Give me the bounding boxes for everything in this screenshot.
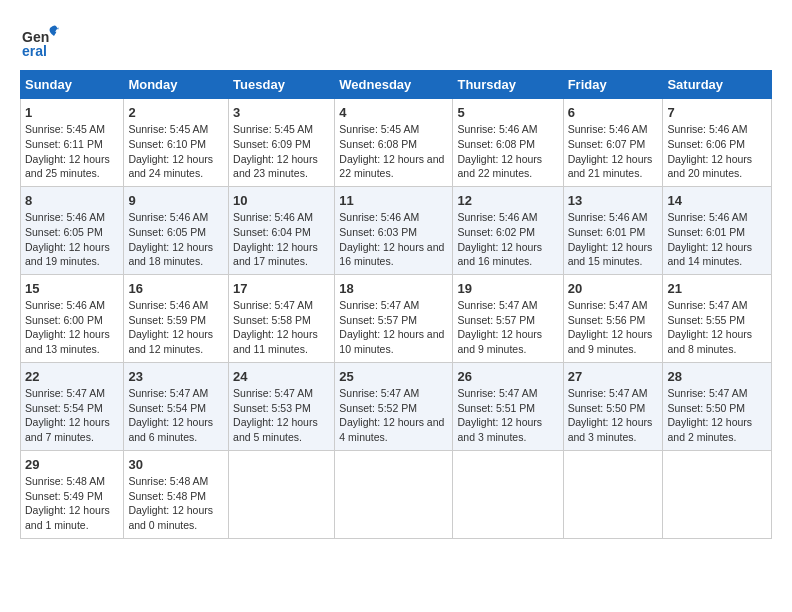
sunset-text: Sunset: 6:05 PM xyxy=(25,226,103,238)
sunrise-text: Sunrise: 5:45 AM xyxy=(25,123,105,135)
sunset-text: Sunset: 5:59 PM xyxy=(128,314,206,326)
sunset-text: Sunset: 5:50 PM xyxy=(568,402,646,414)
sunrise-text: Sunrise: 5:46 AM xyxy=(667,211,747,223)
daylight-text: Daylight: 12 hours and 3 minutes. xyxy=(457,416,542,443)
day-number: 16 xyxy=(128,280,224,298)
sunset-text: Sunset: 5:49 PM xyxy=(25,490,103,502)
day-number: 1 xyxy=(25,104,119,122)
sunset-text: Sunset: 6:02 PM xyxy=(457,226,535,238)
day-number: 2 xyxy=(128,104,224,122)
calendar-table: SundayMondayTuesdayWednesdayThursdayFrid… xyxy=(20,70,772,539)
day-number: 27 xyxy=(568,368,659,386)
header-tuesday: Tuesday xyxy=(229,71,335,99)
day-number: 28 xyxy=(667,368,767,386)
sunrise-text: Sunrise: 5:46 AM xyxy=(25,211,105,223)
calendar-cell: 14Sunrise: 5:46 AMSunset: 6:01 PMDayligh… xyxy=(663,186,772,274)
daylight-text: Daylight: 12 hours and 14 minutes. xyxy=(667,241,752,268)
calendar-cell: 30Sunrise: 5:48 AMSunset: 5:48 PMDayligh… xyxy=(124,450,229,538)
daylight-text: Daylight: 12 hours and 16 minutes. xyxy=(339,241,444,268)
sunset-text: Sunset: 5:52 PM xyxy=(339,402,417,414)
calendar-week-row: 22Sunrise: 5:47 AMSunset: 5:54 PMDayligh… xyxy=(21,362,772,450)
sunset-text: Sunset: 5:48 PM xyxy=(128,490,206,502)
calendar-cell: 25Sunrise: 5:47 AMSunset: 5:52 PMDayligh… xyxy=(335,362,453,450)
day-number: 21 xyxy=(667,280,767,298)
header-wednesday: Wednesday xyxy=(335,71,453,99)
sunrise-text: Sunrise: 5:46 AM xyxy=(128,299,208,311)
day-number: 5 xyxy=(457,104,558,122)
day-number: 30 xyxy=(128,456,224,474)
header-monday: Monday xyxy=(124,71,229,99)
day-number: 9 xyxy=(128,192,224,210)
sunset-text: Sunset: 6:01 PM xyxy=(667,226,745,238)
sunset-text: Sunset: 6:00 PM xyxy=(25,314,103,326)
sunrise-text: Sunrise: 5:47 AM xyxy=(568,387,648,399)
sunset-text: Sunset: 6:01 PM xyxy=(568,226,646,238)
day-number: 25 xyxy=(339,368,448,386)
sunset-text: Sunset: 5:57 PM xyxy=(339,314,417,326)
logo-icon: Gen eral xyxy=(20,20,60,60)
sunrise-text: Sunrise: 5:46 AM xyxy=(339,211,419,223)
calendar-cell xyxy=(563,450,663,538)
calendar-week-row: 8Sunrise: 5:46 AMSunset: 6:05 PMDaylight… xyxy=(21,186,772,274)
sunset-text: Sunset: 5:57 PM xyxy=(457,314,535,326)
calendar-cell: 11Sunrise: 5:46 AMSunset: 6:03 PMDayligh… xyxy=(335,186,453,274)
sunset-text: Sunset: 5:54 PM xyxy=(25,402,103,414)
sunrise-text: Sunrise: 5:47 AM xyxy=(667,387,747,399)
day-number: 19 xyxy=(457,280,558,298)
calendar-cell: 29Sunrise: 5:48 AMSunset: 5:49 PMDayligh… xyxy=(21,450,124,538)
daylight-text: Daylight: 12 hours and 18 minutes. xyxy=(128,241,213,268)
day-number: 18 xyxy=(339,280,448,298)
header-thursday: Thursday xyxy=(453,71,563,99)
sunrise-text: Sunrise: 5:47 AM xyxy=(25,387,105,399)
daylight-text: Daylight: 12 hours and 13 minutes. xyxy=(25,328,110,355)
sunrise-text: Sunrise: 5:46 AM xyxy=(568,211,648,223)
calendar-cell xyxy=(663,450,772,538)
sunrise-text: Sunrise: 5:47 AM xyxy=(128,387,208,399)
sunrise-text: Sunrise: 5:45 AM xyxy=(233,123,313,135)
sunrise-text: Sunrise: 5:46 AM xyxy=(128,211,208,223)
daylight-text: Daylight: 12 hours and 16 minutes. xyxy=(457,241,542,268)
day-number: 24 xyxy=(233,368,330,386)
svg-text:eral: eral xyxy=(22,43,47,59)
calendar-week-row: 15Sunrise: 5:46 AMSunset: 6:00 PMDayligh… xyxy=(21,274,772,362)
daylight-text: Daylight: 12 hours and 7 minutes. xyxy=(25,416,110,443)
day-number: 22 xyxy=(25,368,119,386)
day-number: 15 xyxy=(25,280,119,298)
calendar-header-row: SundayMondayTuesdayWednesdayThursdayFrid… xyxy=(21,71,772,99)
daylight-text: Daylight: 12 hours and 8 minutes. xyxy=(667,328,752,355)
sunset-text: Sunset: 6:10 PM xyxy=(128,138,206,150)
calendar-cell: 15Sunrise: 5:46 AMSunset: 6:00 PMDayligh… xyxy=(21,274,124,362)
header-saturday: Saturday xyxy=(663,71,772,99)
calendar-cell xyxy=(453,450,563,538)
sunrise-text: Sunrise: 5:47 AM xyxy=(339,299,419,311)
sunset-text: Sunset: 6:07 PM xyxy=(568,138,646,150)
sunrise-text: Sunrise: 5:46 AM xyxy=(667,123,747,135)
calendar-week-row: 29Sunrise: 5:48 AMSunset: 5:49 PMDayligh… xyxy=(21,450,772,538)
daylight-text: Daylight: 12 hours and 1 minute. xyxy=(25,504,110,531)
daylight-text: Daylight: 12 hours and 9 minutes. xyxy=(457,328,542,355)
calendar-cell: 5Sunrise: 5:46 AMSunset: 6:08 PMDaylight… xyxy=(453,99,563,187)
daylight-text: Daylight: 12 hours and 24 minutes. xyxy=(128,153,213,180)
calendar-cell: 10Sunrise: 5:46 AMSunset: 6:04 PMDayligh… xyxy=(229,186,335,274)
daylight-text: Daylight: 12 hours and 10 minutes. xyxy=(339,328,444,355)
sunset-text: Sunset: 6:03 PM xyxy=(339,226,417,238)
calendar-cell: 6Sunrise: 5:46 AMSunset: 6:07 PMDaylight… xyxy=(563,99,663,187)
calendar-cell: 18Sunrise: 5:47 AMSunset: 5:57 PMDayligh… xyxy=(335,274,453,362)
sunrise-text: Sunrise: 5:47 AM xyxy=(233,299,313,311)
sunrise-text: Sunrise: 5:46 AM xyxy=(457,123,537,135)
calendar-cell: 8Sunrise: 5:46 AMSunset: 6:05 PMDaylight… xyxy=(21,186,124,274)
sunset-text: Sunset: 5:56 PM xyxy=(568,314,646,326)
calendar-cell xyxy=(335,450,453,538)
sunset-text: Sunset: 5:51 PM xyxy=(457,402,535,414)
daylight-text: Daylight: 12 hours and 17 minutes. xyxy=(233,241,318,268)
sunset-text: Sunset: 6:08 PM xyxy=(457,138,535,150)
daylight-text: Daylight: 12 hours and 2 minutes. xyxy=(667,416,752,443)
day-number: 14 xyxy=(667,192,767,210)
sunrise-text: Sunrise: 5:46 AM xyxy=(568,123,648,135)
day-number: 13 xyxy=(568,192,659,210)
calendar-cell xyxy=(229,450,335,538)
calendar-cell: 20Sunrise: 5:47 AMSunset: 5:56 PMDayligh… xyxy=(563,274,663,362)
daylight-text: Daylight: 12 hours and 21 minutes. xyxy=(568,153,653,180)
header-friday: Friday xyxy=(563,71,663,99)
daylight-text: Daylight: 12 hours and 25 minutes. xyxy=(25,153,110,180)
